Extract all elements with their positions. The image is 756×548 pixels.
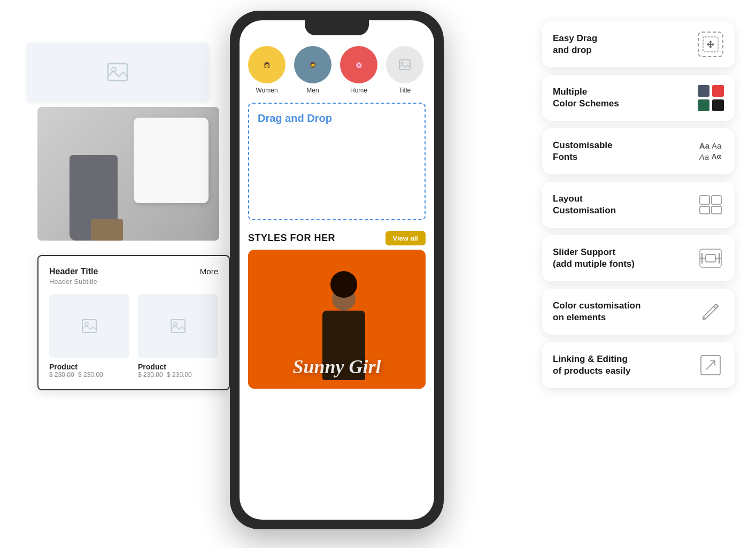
pen-icon — [697, 298, 724, 325]
category-home[interactable]: 🌸 Home — [340, 46, 377, 94]
clothing-image — [37, 107, 219, 241]
svg-rect-4 — [171, 320, 185, 333]
svg-point-7 — [401, 62, 403, 64]
phone-notch — [305, 20, 369, 35]
feature-title-colors: MultipleColor Schemes — [553, 86, 619, 110]
feature-title-linking: Linking & Editingof products easily — [553, 353, 630, 377]
svg-rect-11 — [700, 206, 709, 214]
category-label-men: Men — [306, 87, 319, 94]
link-icon — [697, 352, 724, 379]
layout-icon — [697, 191, 724, 218]
left-mockups: Header Title Header Subtitle More — [27, 43, 251, 548]
main-container: Header Title Header Subtitle More — [0, 0, 756, 548]
svg-rect-10 — [712, 196, 721, 204]
category-women[interactable]: 👩 Women — [248, 46, 286, 94]
fashion-banner: Sunny Girl — [248, 250, 426, 389]
product-image-2 — [138, 294, 218, 358]
svg-rect-9 — [700, 196, 709, 204]
svg-rect-14 — [706, 254, 715, 262]
category-title[interactable]: Title — [386, 46, 423, 94]
card-subtitle: Header Subtitle — [49, 277, 98, 285]
feature-title-color-elements: Color customisationon elements — [553, 300, 641, 323]
product-price-1: $ 230.00 $ 230.00 — [49, 371, 129, 379]
phone-mockup: 👩 Women 🧔 Men 🌸 Home — [230, 11, 444, 529]
feature-title-layout: LayoutCustomisation — [553, 193, 616, 217]
color-scheme-icon — [697, 84, 724, 111]
svg-point-5 — [174, 322, 177, 326]
feature-card-drag: Easy Dragand drop — [542, 21, 735, 67]
svg-rect-0 — [108, 64, 127, 81]
more-button[interactable]: More — [200, 267, 218, 276]
categories-row: 👩 Women 🧔 Men 🌸 Home — [240, 35, 434, 98]
drag-drop-icon — [697, 31, 724, 58]
svg-rect-6 — [399, 60, 410, 70]
product-item: Product $ 230.00 $ 230.00 — [49, 294, 129, 379]
category-label-title: Title — [399, 87, 411, 94]
fonts-icon: Aa Aa Aa Aα — [697, 138, 724, 165]
fashion-banner-text: Sunny Girl — [292, 356, 381, 378]
view-all-button[interactable]: View all — [385, 231, 426, 245]
category-men[interactable]: 🧔 Men — [294, 46, 331, 94]
drag-drop-area: Drag and Drop — [248, 103, 426, 220]
feature-card-color-elements: Color customisationon elements — [542, 289, 735, 335]
product-item-2: Product $ 230.00 $ 230.00 — [138, 294, 218, 379]
feature-card-colors: MultipleColor Schemes — [542, 75, 735, 121]
feature-card-layout: LayoutCustomisation — [542, 182, 735, 228]
product-list-card: Header Title Header Subtitle More — [37, 255, 230, 390]
svg-point-3 — [85, 322, 88, 326]
phone-screen: 👩 Women 🧔 Men 🌸 Home — [240, 20, 434, 520]
product-price-2: $ 230.00 $ 230.00 — [138, 371, 218, 379]
feature-title-slider: Slider Support(add mutiple fonts) — [553, 246, 635, 270]
feature-card-linking: Linking & Editingof products easily — [542, 342, 735, 388]
feature-title-fonts: CustomisableFonts — [553, 140, 612, 163]
category-label-women: Women — [256, 87, 277, 94]
product-name-1: Product — [49, 362, 129, 371]
product-name-2: Product — [138, 362, 218, 371]
image-placeholder-card — [27, 43, 209, 102]
drag-drop-label: Drag and Drop — [258, 112, 332, 125]
feature-list: Easy Dragand drop MultipleColor Schemes — [542, 21, 735, 388]
card-title: Header Title — [49, 267, 98, 276]
slider-icon — [697, 245, 724, 272]
styles-title: STYLES FOR HER — [248, 233, 335, 244]
product-image — [49, 294, 129, 358]
svg-rect-12 — [712, 206, 721, 214]
category-label-home: Home — [350, 87, 367, 94]
svg-rect-2 — [82, 320, 96, 333]
feature-card-slider: Slider Support(add mutiple fonts) — [542, 235, 735, 281]
feature-title-drag: Easy Dragand drop — [553, 33, 597, 56]
feature-card-fonts: CustomisableFonts Aa Aa Aa Aα — [542, 128, 735, 174]
product-grid: Product $ 230.00 $ 230.00 — [49, 294, 218, 379]
styles-header: STYLES FOR HER View all — [240, 225, 434, 250]
